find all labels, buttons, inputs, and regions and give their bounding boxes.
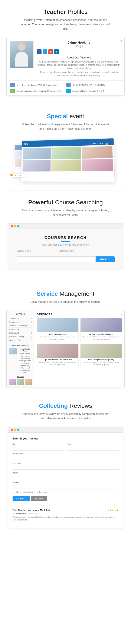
review-item-title: This Course Has Helped Me A Lot xyxy=(13,509,50,511)
reviews-section: Collecting Reviews Students can leave a … xyxy=(0,394,131,534)
name-input[interactable] xyxy=(13,446,65,450)
service-card-body-1: 4500 video courses We are proud of servi… xyxy=(37,332,78,342)
featured-text-1: When people, when you say "Inspiring to … xyxy=(18,352,32,374)
address-contact: 📍 King Street, Melbourne VIC 3000, Austr… xyxy=(10,83,65,88)
service-card-4[interactable]: Your Complete Photography We are proud o… xyxy=(80,344,122,367)
review-form-title: Submit your review xyxy=(13,437,119,440)
facebook-icon[interactable]: f xyxy=(37,49,42,54)
event-grid-img-5 xyxy=(51,160,81,171)
name-label: Name xyxy=(13,443,65,445)
service-card-1[interactable]: 4500 video courses We are proud of servi… xyxy=(37,318,79,342)
reviews-dot-green xyxy=(17,428,19,431)
comment-label: Comment xyxy=(13,462,119,464)
about-teacher-title: About Our Teachers xyxy=(37,56,121,59)
reset-button[interactable]: RESET xyxy=(31,496,47,501)
search-button[interactable]: SEARCH xyxy=(96,256,114,262)
sidebar-item-computer[interactable]: Computer Technology 2 xyxy=(9,324,32,328)
sidebar-item-communication[interactable]: Communication 3 xyxy=(9,317,32,320)
teacher-section: Teacher Profiles Including avatar, infor… xyxy=(0,0,131,104)
twitter-icon[interactable]: t xyxy=(43,49,47,54)
event-title-bold: Special xyxy=(47,113,68,120)
teacher-card: ≡ Jaime Hopkins Design f t g+ in About O… xyxy=(7,37,124,96)
event-content-grid xyxy=(21,145,114,173)
event-title-rest: event xyxy=(68,113,84,120)
search-title-rest: Course Searching xyxy=(53,199,103,206)
search-mockup-body: COURSES SEARCH Own your future by learni… xyxy=(8,229,123,269)
teacher-avatar xyxy=(10,40,34,68)
service-title-bold: Service xyxy=(37,290,58,297)
reviews-title-bold: Collecting xyxy=(39,402,68,409)
service-card-text-2: We are proud of services online training… xyxy=(82,336,120,340)
email-icon: ✉ xyxy=(10,89,15,93)
sidebar-item-count: 5 xyxy=(31,328,32,330)
sidebar-item-hardware[interactable]: Hardware Training 2 xyxy=(9,335,32,338)
sidebar-item-label: Communication xyxy=(9,318,22,320)
sidebar-item-programming[interactable]: Programing 5 xyxy=(9,328,32,331)
service-card-2[interactable]: Online Learning Glossary We are proud of… xyxy=(80,318,122,342)
search-title-bold: Powerful xyxy=(28,199,53,206)
sidebar-item-count: 3 xyxy=(31,318,32,320)
sidebar-item-label: Creative Art xyxy=(9,332,19,334)
sidebar-item-count: 2 xyxy=(31,336,32,338)
review-input[interactable] xyxy=(13,484,119,489)
teacher-subtitle: Including avatar, information of teacher… xyxy=(21,18,110,31)
service-main: SERVICES ≡ 4500 video courses We are pro… xyxy=(34,310,124,387)
reviews-dot-red xyxy=(11,428,13,431)
email-text: education@gmail.com education@support.co… xyxy=(16,90,61,92)
review-title-input[interactable] xyxy=(13,456,119,460)
review-checkbox[interactable] xyxy=(13,491,15,494)
review-section-divider xyxy=(13,506,119,506)
address-text: King Street, Melbourne VIC 3000, Austral… xyxy=(16,84,57,86)
linkedin-icon[interactable]: in xyxy=(54,49,59,54)
service-card-img-4 xyxy=(80,344,122,358)
service-card-body-2: Online Learning Glossary We are proud of… xyxy=(80,332,122,342)
sidebar-item-art[interactable]: Creative Art 3 xyxy=(9,331,32,335)
field2-label: Select Category xyxy=(59,250,74,252)
form-group-review: Review xyxy=(13,481,119,489)
event-grid-img-4 xyxy=(22,160,51,172)
courses-thumb-1 xyxy=(9,379,16,384)
event-section: Special event Subscribe to all events. I… xyxy=(0,104,131,190)
googleplus-icon[interactable]: g+ xyxy=(48,49,53,54)
sidebar-item-ecommerce[interactable]: E-commerce 4 xyxy=(9,320,32,324)
sidebar-item-label: Marketing Tips xyxy=(9,339,21,341)
review-item-header: This Course Has Helped Me A Lot ★★★★★ xyxy=(13,509,119,512)
location-icon: 📍 xyxy=(10,83,15,88)
service-title: Service Management xyxy=(7,290,124,297)
phone-icon: 📞 xyxy=(66,83,71,88)
featured-services-title: Featured Services xyxy=(9,345,32,347)
email-label: Email xyxy=(67,443,119,445)
event-grid-img-1 xyxy=(23,148,51,159)
service-hamburger-icon: ≡ xyxy=(120,313,122,316)
service-card-text-3: We are proud of services online training… xyxy=(38,361,77,366)
review-title-label: Review Title xyxy=(13,453,119,455)
course-name-input[interactable] xyxy=(17,256,56,262)
service-card-3[interactable]: Tips to Succeed Online Course We are pro… xyxy=(37,344,79,367)
email-input[interactable] xyxy=(67,446,119,450)
search-mockup-dots xyxy=(8,224,123,229)
search-courses-title: COURSES SEARCH xyxy=(13,236,119,240)
search-mockup: COURSES SEARCH Own your future by learni… xyxy=(8,223,123,269)
review-text: The course was very useful in helping me… xyxy=(13,516,119,522)
skype-contact: S educationSkype educationSkype1 xyxy=(66,89,121,93)
review-item: This Course Has Helped Me A Lot ★★★★★ By… xyxy=(13,509,119,522)
submit-button[interactable]: SUBMIT xyxy=(13,496,30,501)
about-teacher-text2: If there is one clear message that has e… xyxy=(37,70,121,77)
event-title: Special event xyxy=(7,113,124,120)
reviews-dot-yellow xyxy=(14,428,16,431)
sidebar-item-count: 4 xyxy=(31,321,32,323)
comment-input[interactable] xyxy=(13,466,119,470)
reviews-title: Collecting Reviews xyxy=(7,402,124,409)
teacher-card-header: ≡ Jaime Hopkins Design f t g+ in About O… xyxy=(7,37,124,80)
featured-item-1: Inspiring to Read When people, when you … xyxy=(9,348,32,374)
review-separator: | xyxy=(28,512,28,515)
sidebar-item-label: E-commerce xyxy=(9,321,20,323)
rating-input[interactable] xyxy=(13,475,119,479)
sidebar-item-label: Hardware Training xyxy=(9,336,25,338)
search-tagline: Own your future by learning new skills o… xyxy=(13,244,119,246)
category-select[interactable] xyxy=(56,256,96,262)
detail-badge: DETAIL xyxy=(13,173,25,178)
service-card-img-3 xyxy=(37,344,78,358)
sidebar-item-marketing[interactable]: Marketing Tips 6 xyxy=(9,338,32,342)
courses-thumb-row xyxy=(9,379,32,384)
